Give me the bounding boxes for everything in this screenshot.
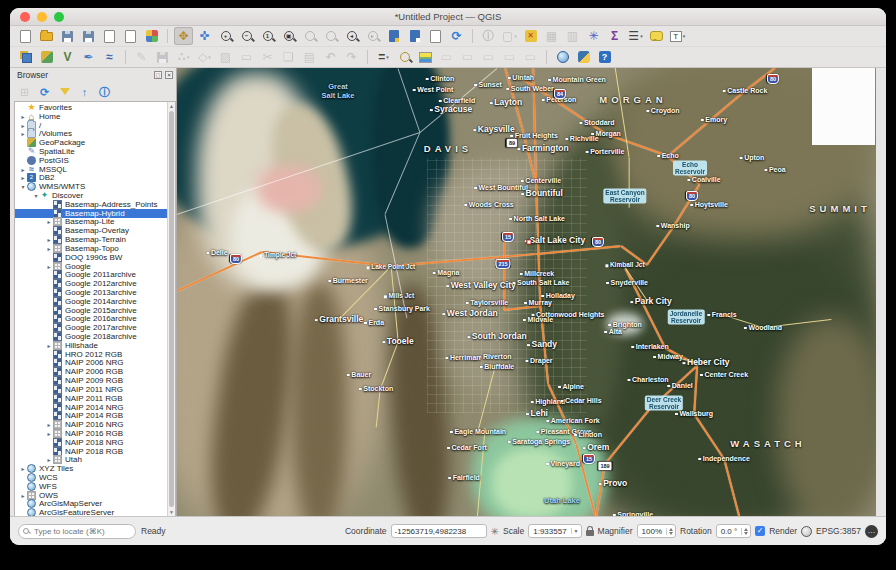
save-project-button[interactable] (58, 27, 77, 45)
browser-scrollbar[interactable]: ▲ ▼ (167, 102, 175, 516)
locator-input[interactable] (32, 526, 131, 537)
magnifier-spinbox[interactable]: 100% (637, 524, 676, 538)
tree-item-mssql[interactable]: ▸MSSQL (15, 165, 167, 174)
expander-icon[interactable]: ▸ (19, 113, 27, 120)
add-vector-layer-button[interactable]: V (58, 48, 77, 66)
dropdown-arrow-icon[interactable]: ▾ (187, 54, 190, 60)
tree-item-arcgismapserver[interactable]: ArcGisMapServer (15, 500, 167, 509)
expander-icon[interactable]: ▸ (45, 263, 53, 270)
tree-item-discover[interactable]: ▾Discover (15, 191, 167, 200)
stepper-icon[interactable] (741, 528, 750, 535)
minimize-window-icon[interactable] (37, 12, 47, 22)
tree-item-wfs[interactable]: WFS (15, 482, 167, 491)
extents-toggle-icon[interactable]: ✳ (491, 526, 499, 537)
tree-item-naip-2018-nrg[interactable]: NAIP 2018 NRG (15, 438, 167, 447)
tree-item--[interactable]: ▸/ (15, 121, 167, 130)
tree-item-naip-2006-rgb[interactable]: NAIP 2006 RGB (15, 367, 167, 376)
messages-icon[interactable]: … (865, 525, 878, 538)
expander-icon[interactable]: ▸ (19, 465, 27, 472)
deselect-features-all-layers-button[interactable] (521, 27, 540, 45)
add-geopackage-layer-button[interactable] (37, 48, 56, 66)
tree-item-naip-2016-nrg[interactable]: ▸NAIP 2016 NRG (15, 420, 167, 429)
collapse-all-button[interactable]: ↑ (76, 84, 93, 100)
tree-item-basemap-overlay[interactable]: Basemap-Overlay (15, 226, 167, 235)
new-project-button[interactable] (16, 27, 35, 45)
expander-icon[interactable]: ▾ (32, 192, 40, 199)
tree-item-spatialite[interactable]: SpatiaLite (15, 147, 167, 156)
tree-item-google-2013archive[interactable]: Google 2013archive (15, 288, 167, 297)
dropdown-arrow-icon[interactable]: ▾ (683, 33, 686, 39)
add-postgis-layer-button[interactable]: ≈ (100, 48, 119, 66)
expander-icon[interactable]: ▸ (19, 166, 27, 173)
tree-item-naip-2014-rgb[interactable]: NAIP 2014 RGB (15, 411, 167, 420)
pan-to-selection-button[interactable]: ✜ (195, 27, 214, 45)
stepper-icon[interactable] (666, 528, 675, 535)
locator-box[interactable] (18, 524, 136, 539)
new-spatial-bookmark-button[interactable] (384, 27, 403, 45)
tree-item-naip-2011-nrg[interactable]: NAIP 2011 NRG (15, 385, 167, 394)
tree-item-google-2018archive[interactable]: Google 2018archive (15, 332, 167, 341)
close-window-icon[interactable] (20, 12, 30, 22)
layer-labeling-button[interactable] (416, 48, 435, 66)
tree-item-basemap-address-points[interactable]: Basemap-Address_Points (15, 200, 167, 209)
tree-item-google-2014archive[interactable]: Google 2014archive (15, 297, 167, 306)
save-project-as-button[interactable] (79, 27, 98, 45)
pan-map-button[interactable]: ✥ (174, 27, 193, 45)
expander-icon[interactable]: ▸ (45, 245, 53, 252)
new-map-view-button[interactable] (426, 27, 445, 45)
zoom-window-icon[interactable] (54, 12, 64, 22)
scrollbar-thumb[interactable] (169, 111, 174, 507)
zoom-last-button[interactable]: ◂ (342, 27, 361, 45)
dropdown-arrow-icon[interactable]: ▾ (386, 54, 389, 60)
tree-item-google-2015archive[interactable]: Google 2015archive (15, 306, 167, 315)
refresh-browser-button[interactable]: ⟳ (36, 84, 53, 100)
tree-item-arcgisfeatureserver[interactable]: ArcGisFeatureServer (15, 508, 167, 516)
scroll-up-icon[interactable]: ▲ (169, 102, 174, 110)
expander-icon[interactable]: ▸ (45, 236, 53, 243)
panel-close-button[interactable]: ✕ (165, 71, 173, 79)
style-manager-button[interactable] (142, 27, 161, 45)
scroll-down-icon[interactable]: ▼ (169, 508, 174, 516)
tree-item-naip-2014-nrg[interactable]: NAIP 2014 NRG (15, 403, 167, 412)
tree-item-home[interactable]: ▸Home (15, 112, 167, 121)
tree-item-naip-2011-rgb[interactable]: NAIP 2011 RGB (15, 394, 167, 403)
show-layout-manager-button[interactable] (121, 27, 140, 45)
field-calculator-button[interactable]: Σ (605, 27, 624, 45)
tree-item-google-2011archive[interactable]: Google 2011archive (15, 270, 167, 279)
zoom-native-button[interactable]: 1 (258, 27, 277, 45)
tree-item-google-2012archive[interactable]: Google 2012archive (15, 279, 167, 288)
python-console-button[interactable] (574, 48, 593, 66)
metasearch-button[interactable] (553, 48, 572, 66)
zoom-to-native-resolution-button[interactable] (395, 48, 414, 66)
crs-globe-icon[interactable] (801, 526, 812, 537)
expander-icon[interactable]: ▸ (19, 492, 27, 499)
measure-line-button[interactable]: =▾ (374, 48, 393, 66)
tree-item-utah[interactable]: ▸Utah (15, 456, 167, 465)
open-project-button[interactable] (37, 27, 56, 45)
help-button[interactable] (595, 48, 614, 66)
tree-item-postgis[interactable]: PostGIS (15, 156, 167, 165)
expander-icon[interactable]: ▸ (45, 430, 53, 437)
tree-item-db2[interactable]: ▸DB2 (15, 174, 167, 183)
tree-item-basemap-terrain[interactable]: ▸Basemap-Terrain (15, 235, 167, 244)
title-bar[interactable]: *Untitled Project — QGIS (10, 8, 886, 26)
rotation-spinbox[interactable]: 0.0 ° (716, 524, 752, 538)
show-spatial-bookmarks-button[interactable] (405, 27, 424, 45)
chevron-down-icon[interactable]: ▼ (571, 528, 581, 534)
tree-item-wcs[interactable]: WCS (15, 473, 167, 482)
enable-properties-widget-button[interactable]: ⓘ (96, 84, 113, 100)
tree-item-naip-2009-rgb[interactable]: NAIP 2009 RGB (15, 376, 167, 385)
processing-toolbox-button[interactable]: ✳ (584, 27, 603, 45)
panel-float-button[interactable]: ◻ (154, 71, 162, 79)
zoom-in-button[interactable]: + (216, 27, 235, 45)
open-data-source-manager-button[interactable] (16, 48, 35, 66)
tree-item-naip-2016-rgb[interactable]: ▸NAIP 2016 RGB (15, 429, 167, 438)
expander-icon[interactable]: ▸ (45, 456, 53, 463)
tree-item-xyz-tiles[interactable]: ▸XYZ Tiles (15, 464, 167, 473)
expander-icon[interactable]: ▸ (45, 218, 53, 225)
render-checkbox[interactable]: ✓ (755, 526, 765, 536)
text-annotation-button[interactable]: ▾ (668, 27, 687, 45)
tree-item-basemap-topo[interactable]: ▸Basemap-Topo (15, 244, 167, 253)
tree-item-doq-1990s-bw[interactable]: DOQ 1990s BW (15, 253, 167, 262)
tree-item-geopackage[interactable]: GeoPackage (15, 138, 167, 147)
